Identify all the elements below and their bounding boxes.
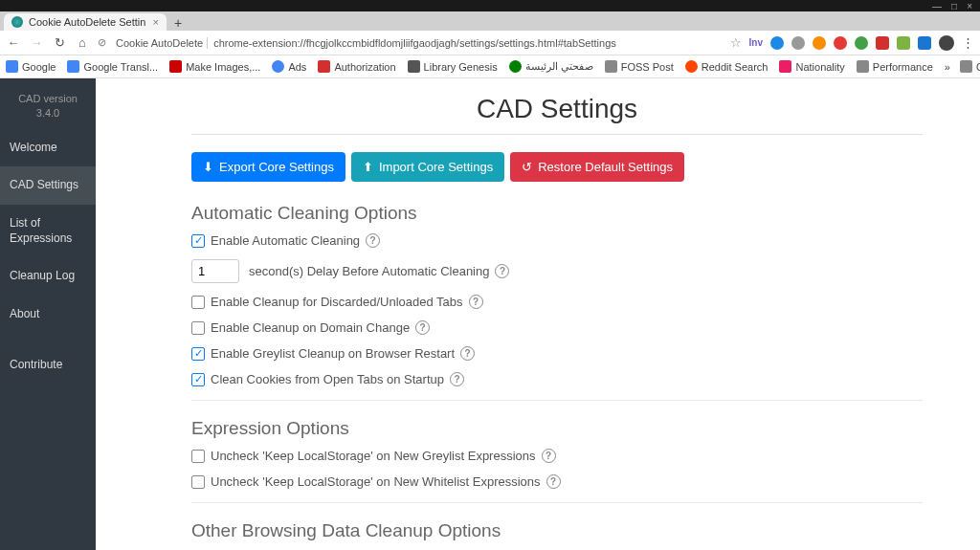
opt-label: Enable Cleanup on Domain Change bbox=[211, 320, 410, 335]
ext-icon-3[interactable] bbox=[813, 36, 826, 50]
address-bar[interactable]: ⊘ Cookie AutoDelete chrome-extension://f… bbox=[98, 36, 723, 49]
restore-button[interactable]: ↺ Restore Default Settings bbox=[510, 152, 684, 182]
window-max-icon[interactable]: □ bbox=[951, 1, 957, 11]
help-icon[interactable]: ? bbox=[469, 295, 483, 309]
tab-strip: Cookie AutoDelete Settin × + bbox=[0, 11, 980, 31]
address-prefix: Cookie AutoDelete bbox=[112, 37, 208, 49]
site-info-icon[interactable]: ⊘ bbox=[98, 36, 106, 49]
ext-icon-8[interactable] bbox=[918, 36, 931, 50]
forward-icon[interactable]: → bbox=[29, 35, 44, 50]
section-other-title: Other Browsing Data Cleanup Options bbox=[191, 520, 923, 541]
help-icon[interactable]: ? bbox=[542, 449, 556, 463]
section-expr-title: Expression Options bbox=[191, 418, 923, 439]
content-area: CAD Settings ⬇ Export Core Settings ⬆ Im… bbox=[96, 78, 980, 550]
ext-icon-6[interactable] bbox=[876, 36, 889, 50]
extension-icons: ☆ Inv ⋮ bbox=[730, 35, 974, 51]
help-icon[interactable]: ? bbox=[495, 264, 509, 278]
checkbox-discarded[interactable] bbox=[191, 296, 205, 309]
sidebar-item-cad-settings[interactable]: CAD Settings bbox=[0, 166, 96, 205]
browser-tab[interactable]: Cookie AutoDelete Settin × bbox=[4, 13, 167, 31]
ext-icon-2[interactable] bbox=[791, 36, 805, 50]
checkbox-uncheck-grey[interactable] bbox=[191, 450, 205, 463]
help-icon[interactable]: ? bbox=[366, 233, 380, 248]
checkbox-open-tabs[interactable] bbox=[191, 373, 205, 386]
back-icon[interactable]: ← bbox=[6, 35, 21, 50]
reload-icon[interactable]: ↻ bbox=[52, 35, 67, 50]
ext-icon-1[interactable] bbox=[770, 36, 784, 50]
checkbox-greylist[interactable] bbox=[191, 347, 205, 361]
bookmark-item[interactable]: Reddit Search bbox=[685, 60, 768, 73]
bookmark-item[interactable]: Authorization bbox=[318, 60, 395, 73]
opt-label: Uncheck 'Keep LocalStorage' on New White… bbox=[211, 474, 541, 489]
opt-label: Clean Cookies from Open Tabs on Startup bbox=[211, 372, 444, 386]
tab-title: Cookie AutoDelete Settin bbox=[29, 16, 145, 28]
checkbox-uncheck-white[interactable] bbox=[191, 475, 205, 489]
bookmark-item[interactable]: FOSS Post bbox=[605, 60, 674, 73]
bookmark-item[interactable]: Google Transl... bbox=[67, 60, 158, 73]
menu-icon[interactable]: ⋮ bbox=[962, 35, 974, 50]
bookmark-item[interactable]: صفحتي الرئيسة bbox=[509, 60, 593, 73]
checkbox-domain[interactable] bbox=[191, 321, 205, 335]
sidebar-version: CAD version 3.4.0 bbox=[0, 78, 96, 129]
sidebar-item-cleanup-log[interactable]: Cleanup Log bbox=[0, 257, 96, 296]
window-min-icon[interactable]: — bbox=[932, 1, 942, 11]
help-icon[interactable]: ? bbox=[450, 372, 464, 386]
bookmark-item[interactable]: Library Genesis bbox=[408, 60, 498, 73]
export-button[interactable]: ⬇ Export Core Settings bbox=[191, 152, 345, 182]
bookmarks-more[interactable]: » bbox=[945, 61, 950, 73]
window-close-icon[interactable]: × bbox=[967, 1, 972, 11]
address-row: ← → ↻ ⌂ ⊘ Cookie AutoDelete chrome-exten… bbox=[0, 31, 980, 55]
inv-ext-icon[interactable]: Inv bbox=[749, 37, 763, 48]
address-url: chrome-extension://fhcgjolkccmbidfldomjl… bbox=[213, 37, 616, 49]
import-button[interactable]: ⬆ Import Core Settings bbox=[351, 152, 504, 182]
profile-icon[interactable] bbox=[939, 35, 954, 51]
ext-icon-4[interactable] bbox=[834, 36, 847, 50]
sidebar-item-expressions[interactable]: List of Expressions bbox=[0, 205, 96, 257]
opt-label: Enable Cleanup for Discarded/Unloaded Ta… bbox=[211, 295, 463, 309]
help-icon[interactable]: ? bbox=[546, 474, 561, 489]
star-icon[interactable]: ☆ bbox=[730, 35, 742, 50]
opt-label: Uncheck 'Keep LocalStorage' on New Greyl… bbox=[211, 449, 536, 463]
bookmark-item[interactable]: Make Images,... bbox=[169, 60, 260, 73]
sidebar-item-welcome[interactable]: Welcome bbox=[0, 129, 96, 167]
bookmark-item[interactable]: Ads bbox=[272, 60, 306, 73]
section-auto-title: Automatic Cleaning Options bbox=[191, 203, 923, 224]
help-icon[interactable]: ? bbox=[460, 346, 475, 361]
new-tab-button[interactable]: + bbox=[167, 15, 189, 31]
undo-icon: ↺ bbox=[522, 160, 532, 174]
window-titlebar: — □ × bbox=[0, 0, 980, 11]
sidebar-item-about[interactable]: About bbox=[0, 296, 96, 334]
upload-icon: ⬆ bbox=[363, 160, 373, 174]
tab-close-icon[interactable]: × bbox=[153, 16, 159, 28]
bookmark-item[interactable]: Google bbox=[6, 60, 56, 73]
other-bookmarks[interactable]: Other bookmarks bbox=[960, 60, 980, 73]
sidebar-item-contribute[interactable]: Contribute bbox=[0, 346, 96, 385]
opt-label: Enable Greylist Cleanup on Browser Resta… bbox=[211, 346, 455, 361]
tab-favicon-icon bbox=[11, 16, 23, 28]
ext-icon-7[interactable] bbox=[897, 36, 910, 50]
checkbox-auto-clean[interactable] bbox=[191, 234, 205, 248]
opt-label: Enable Automatic Cleaning bbox=[211, 233, 360, 248]
home-icon[interactable]: ⌂ bbox=[75, 35, 90, 50]
bookmark-item[interactable]: Performance bbox=[857, 60, 933, 73]
sidebar: CAD version 3.4.0 Welcome CAD Settings L… bbox=[0, 78, 96, 550]
help-icon[interactable]: ? bbox=[415, 320, 430, 335]
ext-icon-5[interactable] bbox=[855, 36, 868, 50]
bookmarks-bar: Google Google Transl... Make Images,... … bbox=[0, 55, 980, 78]
page-title: CAD Settings bbox=[191, 88, 923, 135]
download-icon: ⬇ bbox=[203, 160, 213, 174]
delay-input[interactable] bbox=[191, 259, 239, 283]
bookmark-item[interactable]: Nationality bbox=[779, 60, 844, 73]
opt-label: second(s) Delay Before Automatic Cleanin… bbox=[249, 264, 489, 278]
